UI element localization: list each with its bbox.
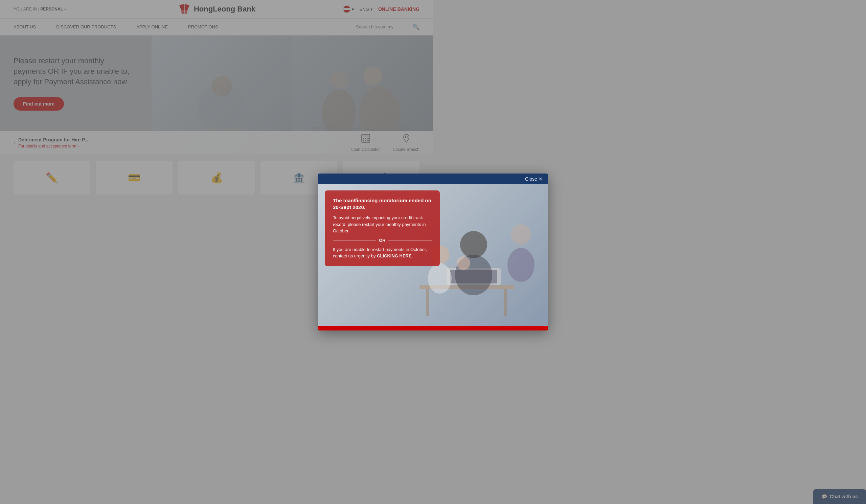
divider-line-right (388, 240, 432, 240)
modal-overlay[interactable]: Close ✕ The loan/financing moratorium en… (0, 0, 433, 252)
modal-notice-box: The loan/financing moratorium ended on 3… (325, 190, 433, 252)
modal-or-text: OR (379, 238, 386, 243)
modal-dialog: Close ✕ The loan/financing moratorium en… (318, 173, 433, 252)
modal-line1: To avoid negatively impacting your credi… (333, 215, 426, 233)
modal-header-bar (318, 173, 433, 184)
modal-body: The loan/financing moratorium ended on 3… (318, 184, 433, 252)
divider-line-left (333, 240, 376, 240)
modal-divider: OR (333, 238, 432, 243)
modal-notice-line2: If you are unable to restart payments in… (333, 246, 432, 252)
modal-line2-text: If you are unable to restart payments in… (333, 247, 427, 252)
modal-notice-body: To avoid negatively impacting your credi… (333, 214, 432, 234)
modal-notice-title: The loan/financing moratorium ended on 3… (333, 197, 432, 210)
